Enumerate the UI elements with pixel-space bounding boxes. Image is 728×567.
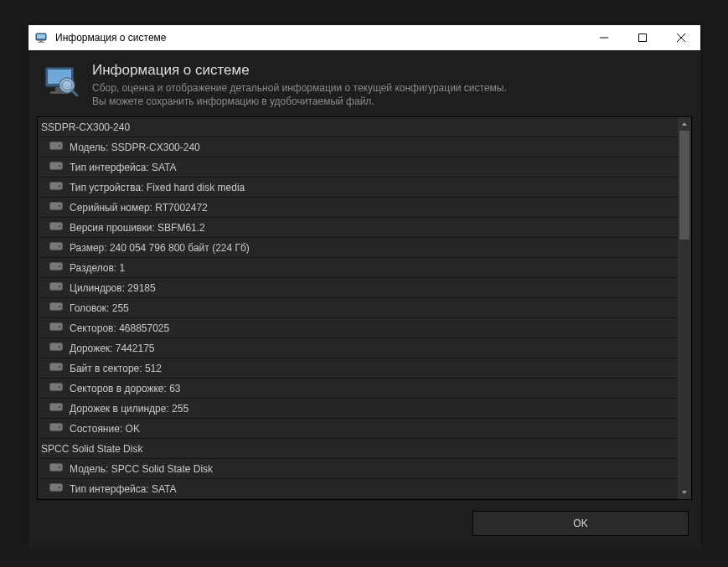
svg-rect-41: [50, 404, 63, 411]
app-icon: [35, 31, 49, 44]
svg-point-18: [59, 165, 60, 167]
svg-line-14: [72, 90, 77, 95]
drive-icon: [49, 181, 63, 193]
row-text: Модель: SPCC Solid State Disk: [70, 463, 213, 475]
svg-point-32: [59, 306, 60, 307]
svg-point-40: [59, 386, 60, 388]
row-text: SPCC Solid State Disk: [41, 443, 142, 455]
svg-point-26: [59, 245, 60, 247]
list-group-header[interactable]: SSDPR-CX300-240: [38, 117, 678, 137]
row-text: Размер: 240 054 796 800 байт (224 Гб): [70, 242, 250, 254]
list-item[interactable]: Разделов: 1: [38, 258, 678, 278]
row-text: Модель: SSDPR-CX300-240: [70, 142, 200, 153]
svg-point-22: [59, 205, 60, 207]
svg-rect-45: [50, 464, 63, 472]
svg-rect-37: [50, 363, 63, 371]
list-item[interactable]: Секторов в дорожке: 63: [38, 379, 678, 399]
row-text: Секторов: 468857025: [70, 322, 169, 334]
drive-icon: [49, 322, 63, 334]
list-item[interactable]: Дорожек: 7442175: [38, 338, 678, 358]
window-title: Информация о системе: [55, 32, 166, 44]
titlebar[interactable]: Информация о системе: [28, 25, 700, 50]
drive-icon: [49, 462, 63, 475]
row-text: Дорожек: 7442175: [70, 343, 154, 354]
list-item[interactable]: Версия прошивки: SBFM61.2: [38, 218, 678, 238]
drive-icon: [49, 402, 63, 415]
svg-point-38: [59, 366, 60, 368]
drive-icon: [49, 342, 63, 354]
list-item[interactable]: Тип интерфейса: SATA: [38, 479, 678, 499]
list-item[interactable]: Головок: 255: [38, 298, 678, 318]
header-subtitle-1: Сбор, оценка и отображение детальной инф…: [92, 81, 507, 95]
row-text: Тип интерфейса: SATA: [70, 162, 177, 173]
svg-line-7: [677, 34, 685, 42]
list-item[interactable]: Размер: 240 054 796 800 байт (224 Гб): [38, 238, 678, 258]
svg-rect-35: [50, 343, 63, 351]
drive-icon: [49, 281, 63, 294]
list-item[interactable]: Дорожек в цилиндре: 255: [38, 399, 678, 419]
row-text: Байт в секторе: 512: [70, 363, 162, 374]
row-text: SSDPR-CX300-240: [41, 121, 130, 133]
row-text: Головок: 255: [70, 302, 129, 314]
drive-icon: [49, 161, 63, 173]
svg-rect-1: [37, 34, 45, 39]
svg-rect-43: [50, 424, 63, 431]
svg-point-36: [59, 346, 60, 348]
row-text: Цилиндров: 29185: [70, 282, 156, 294]
list-item[interactable]: Байт в секторе: 512: [38, 358, 678, 379]
row-text: Дорожек в цилиндре: 255: [70, 403, 188, 415]
drive-icon: [49, 141, 63, 153]
drive-icon: [49, 241, 63, 254]
svg-point-28: [59, 265, 60, 267]
svg-point-48: [59, 487, 60, 488]
info-list[interactable]: SSDPR-CX300-240Модель: SSDPR-CX300-240Ти…: [38, 117, 678, 499]
svg-rect-19: [50, 183, 63, 190]
list-group-header[interactable]: SPCC Solid State Disk: [38, 439, 678, 459]
svg-point-20: [59, 185, 60, 187]
row-text: Секторов в дорожке: 63: [70, 383, 181, 394]
scrollbar[interactable]: [678, 117, 691, 499]
scroll-down-button[interactable]: [678, 486, 691, 499]
header-subtitle-2: Вы можете сохранить информацию в удобочи…: [92, 95, 507, 108]
scroll-thumb[interactable]: [679, 131, 689, 240]
row-text: Состояние: OK: [70, 423, 140, 435]
scroll-up-button[interactable]: [678, 117, 691, 131]
minimize-button[interactable]: [585, 25, 623, 50]
ok-button[interactable]: OK: [472, 511, 689, 536]
list-item[interactable]: Модель: SSDPR-CX300-240: [38, 137, 678, 157]
svg-marker-50: [682, 491, 687, 494]
svg-rect-15: [50, 142, 63, 150]
svg-rect-31: [50, 303, 63, 311]
row-text: Серийный номер: RT7002472: [70, 202, 208, 214]
row-text: Тип интерфейса: SATA: [70, 483, 177, 495]
svg-point-24: [59, 225, 60, 227]
list-item[interactable]: Тип устройства: Fixed hard disk media: [38, 178, 678, 198]
svg-point-44: [59, 426, 60, 428]
ok-button-label: OK: [573, 518, 587, 529]
svg-point-46: [59, 466, 60, 468]
scroll-track[interactable]: [678, 131, 691, 486]
client-area: Информация о системе Сбор, оценка и отоб…: [28, 50, 700, 549]
drive-icon: [49, 422, 63, 435]
list-item[interactable]: Состояние: OK: [38, 419, 678, 439]
svg-rect-29: [50, 283, 63, 291]
footer: OK: [37, 500, 692, 540]
drive-icon: [49, 362, 63, 374]
row-text: Разделов: 1: [70, 262, 125, 274]
drive-icon: [49, 261, 63, 274]
svg-rect-39: [50, 384, 63, 391]
list-item[interactable]: Секторов: 468857025: [38, 318, 678, 338]
list-item[interactable]: Цилиндров: 29185: [38, 278, 678, 298]
svg-rect-17: [50, 162, 63, 170]
svg-rect-21: [50, 203, 63, 210]
list-item[interactable]: Тип интерфейса: SATA: [38, 157, 678, 178]
row-text: Версия прошивки: SBFM61.2: [70, 222, 205, 234]
list-item[interactable]: Серийный номер: RT7002472: [38, 198, 678, 218]
svg-point-42: [59, 406, 60, 408]
drive-icon: [49, 482, 63, 495]
svg-point-34: [59, 326, 60, 327]
maximize-button[interactable]: [623, 25, 662, 50]
close-button[interactable]: [662, 25, 700, 50]
list-item[interactable]: Модель: SPCC Solid State Disk: [38, 459, 678, 479]
svg-marker-49: [682, 122, 687, 126]
